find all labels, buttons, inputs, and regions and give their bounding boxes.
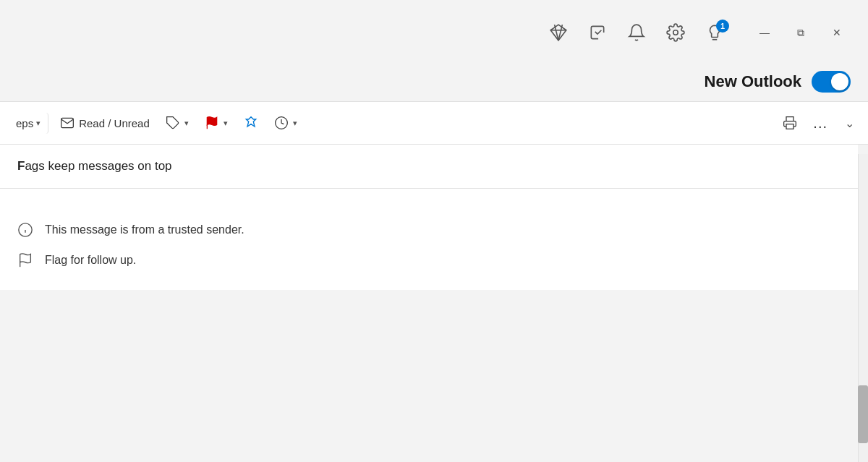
more-label: ... bbox=[813, 116, 827, 130]
envelope-icon bbox=[60, 116, 75, 130]
trusted-sender-text: This message is from a trusted sender. bbox=[45, 223, 244, 236]
close-button[interactable]: ✕ bbox=[820, 20, 854, 46]
flag-followup-text: Flag for follow up. bbox=[45, 254, 136, 267]
more-options-button[interactable]: ... bbox=[806, 111, 835, 134]
print-button[interactable] bbox=[775, 111, 804, 134]
read-unread-label: Read / Unread bbox=[79, 117, 150, 129]
minimize-button[interactable]: — bbox=[748, 20, 781, 46]
clock-icon bbox=[274, 116, 289, 130]
lightbulb-icon[interactable]: 1 bbox=[702, 20, 728, 46]
tag-dropdown[interactable]: ▾ bbox=[158, 111, 196, 134]
toggle-knob bbox=[831, 73, 848, 90]
main-content: Fags keep messages on top This message i… bbox=[0, 145, 858, 290]
pinned-bar-text: Fags keep messages on top bbox=[17, 159, 172, 173]
svg-rect-8 bbox=[786, 124, 793, 129]
notification-badge: 1 bbox=[716, 20, 729, 33]
scrollbar-track[interactable] bbox=[858, 154, 868, 462]
scrollbar-thumb[interactable] bbox=[858, 385, 868, 443]
tag-check-icon[interactable] bbox=[584, 20, 610, 46]
maximize-button[interactable]: ⧉ bbox=[784, 20, 817, 46]
svg-point-4 bbox=[673, 30, 678, 35]
window-controls: — ⧉ ✕ bbox=[748, 20, 854, 46]
tag-icon bbox=[166, 116, 180, 130]
diamond-icon[interactable] bbox=[545, 20, 571, 46]
flag-icon bbox=[205, 116, 219, 130]
bell-icon[interactable] bbox=[624, 20, 650, 46]
gear-icon[interactable] bbox=[663, 20, 689, 46]
flag-followup-item: Flag for follow up. bbox=[17, 245, 841, 275]
info-section: This message is from a trusted sender. F… bbox=[0, 200, 858, 290]
clock-chevron-icon: ▾ bbox=[293, 119, 297, 128]
tag-chevron-icon: ▾ bbox=[184, 119, 189, 128]
pinned-messages-bar: Fags keep messages on top bbox=[0, 145, 858, 189]
flag-dropdown[interactable]: ▾ bbox=[197, 111, 235, 134]
new-outlook-label: New Outlook bbox=[705, 72, 801, 91]
pin-icon bbox=[244, 116, 258, 130]
clock-dropdown[interactable]: ▾ bbox=[267, 111, 305, 134]
pin-button[interactable] bbox=[237, 111, 265, 134]
title-bar: 1 — ⧉ ✕ bbox=[0, 0, 868, 65]
flag-outline-icon bbox=[17, 252, 33, 268]
flag-chevron-icon: ▾ bbox=[224, 119, 228, 128]
toolbar-right: ... bbox=[775, 111, 835, 134]
eps-chevron-icon: ▾ bbox=[36, 119, 41, 128]
print-icon bbox=[783, 116, 797, 130]
new-outlook-toggle[interactable] bbox=[812, 71, 851, 93]
new-outlook-bar: New Outlook bbox=[0, 65, 868, 101]
info-circle-icon bbox=[17, 222, 33, 238]
read-unread-button[interactable]: Read / Unread bbox=[53, 111, 157, 134]
eps-label: eps bbox=[16, 117, 33, 129]
eps-dropdown[interactable]: eps ▾ bbox=[9, 113, 48, 134]
trusted-sender-item: This message is from a trusted sender. bbox=[17, 215, 841, 245]
toolbar-expand-button[interactable]: ⌄ bbox=[839, 110, 859, 136]
toolbar: eps ▾ Read / Unread ▾ ▾ bbox=[0, 101, 868, 145]
